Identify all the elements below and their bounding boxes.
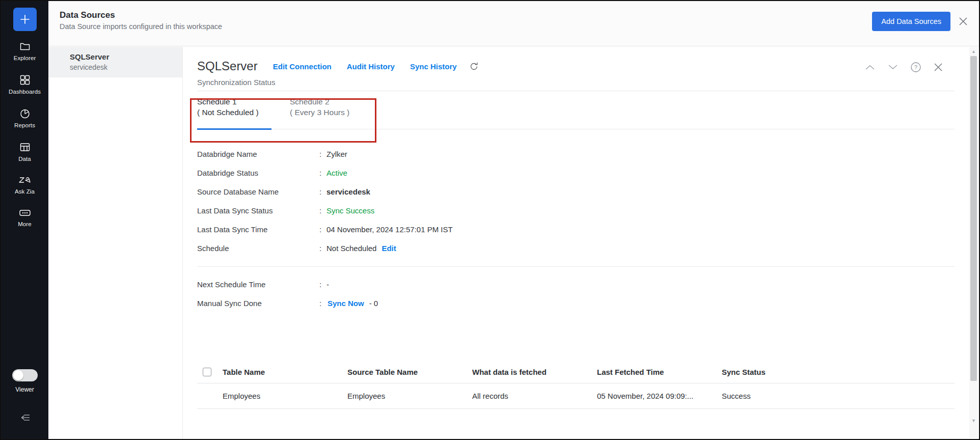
sidebar-item-ask-zia[interactable]: Ask Zia (1, 175, 48, 195)
close-panel-icon[interactable] (933, 62, 943, 72)
detail-label: Last Data Sync Status (197, 206, 319, 215)
sidebar-item-more[interactable]: More (1, 207, 48, 227)
toggle-knob (13, 370, 23, 380)
tab-schedule-1[interactable]: Schedule 1 ( Not Scheduled ) (197, 97, 271, 129)
detail-row: Databridge Name : Zylker (197, 145, 955, 163)
sidebar-item-label: Ask Zia (15, 188, 35, 195)
colon: : (319, 225, 325, 234)
page-title: Data Sources (60, 10, 115, 20)
cell-what-data: All records (472, 392, 597, 400)
col-header-table-name: Table Name (223, 368, 347, 376)
detail-row: Last Data Sync Time : 04 November, 2024 … (197, 220, 955, 239)
colon: : (319, 187, 325, 196)
sync-now-link[interactable]: Sync Now (328, 299, 364, 308)
table-row[interactable]: Employees Employees All records 05 Novem… (197, 383, 955, 409)
detail-row: Databridge Status : Active (197, 163, 955, 182)
detail-value: servicedesk (326, 187, 370, 196)
refresh-icon[interactable] (469, 62, 479, 71)
sync-details: Databridge Name : Zylker Databridge Stat… (197, 145, 955, 258)
cell-table-name: Employees (223, 392, 347, 400)
app-sidebar: Explorer Dashboards Reports Data (1, 1, 48, 439)
help-icon[interactable]: ? (910, 62, 921, 73)
sidebar-item-data[interactable]: Data (1, 141, 48, 162)
sync-history-link[interactable]: Sync History (410, 62, 457, 71)
scroll-down-arrow[interactable]: ▼ (969, 417, 978, 425)
viewer-label: Viewer (15, 386, 34, 393)
detail-value: 04 November, 2024 12:57:01 PM IST (326, 225, 453, 234)
tab-sublabel: ( Every 3 Hours ) (290, 108, 364, 117)
close-page-icon[interactable] (958, 16, 969, 29)
sidebar-item-explorer[interactable]: Explorer (1, 40, 48, 61)
plus-icon (18, 13, 32, 26)
data-source-name: SQLServer (70, 52, 174, 61)
table-header-row: Table Name Source Table Name What data i… (197, 361, 955, 383)
detail-label: Databridge Name (197, 150, 319, 158)
tab-label: Schedule 2 (290, 97, 364, 106)
detail-label: Last Data Sync Time (197, 225, 319, 234)
cell-sync-status: Success (722, 392, 847, 400)
manual-sync-count: - 0 (369, 299, 378, 308)
cell-source-table-name: Employees (347, 392, 472, 400)
col-header-what-data: What data is fetched (472, 368, 597, 376)
colon: : (319, 299, 325, 308)
data-source-list: SQLServer servicedesk (48, 47, 183, 439)
scroll-up-arrow[interactable]: ▲ (969, 47, 978, 56)
section-divider (197, 266, 955, 267)
create-new-button[interactable] (13, 8, 37, 31)
vertical-scrollbar[interactable]: ▲ ▼ (969, 47, 978, 438)
tab-sublabel: ( Not Scheduled ) (197, 108, 271, 117)
detail-value: - (326, 280, 329, 289)
viewer-mode-toggle[interactable] (12, 369, 38, 381)
sidebar-item-reports[interactable]: Reports (1, 107, 48, 128)
detail-row: Next Schedule Time : - (197, 275, 955, 294)
edit-connection-link[interactable]: Edit Connection (273, 62, 332, 71)
chevron-down-icon[interactable] (887, 64, 899, 71)
detail-label: Source Database Name (197, 187, 319, 196)
tables-sync-table: Table Name Source Table Name What data i… (197, 361, 955, 409)
scrollbar-thumb[interactable] (970, 56, 977, 381)
sidebar-item-label: Dashboards (9, 89, 41, 95)
section-divider (197, 91, 955, 91)
list-item-sqlserver[interactable]: SQLServer servicedesk (48, 47, 182, 77)
detail-label: Next Schedule Time (197, 280, 319, 289)
tab-schedule-2[interactable]: Schedule 2 ( Every 3 Hours ) (290, 97, 364, 129)
colon: : (319, 206, 325, 215)
col-header-sync-status: Sync Status (722, 368, 847, 376)
detail-row: Source Database Name : servicedesk (197, 182, 955, 201)
table-icon (19, 141, 31, 153)
colon: : (319, 150, 325, 158)
sidebar-item-dashboards[interactable]: Dashboards (1, 74, 48, 95)
panel-actions: ? (864, 62, 943, 73)
detail-row: Manual Sync Done : Sync Now - 0 (197, 294, 955, 313)
data-sources-screen: Explorer Dashboards Reports Data (0, 0, 980, 440)
page-header: Data Sources Data Source imports configu… (48, 1, 979, 46)
edit-schedule-link[interactable]: Edit (382, 244, 396, 253)
detail-label: Schedule (197, 244, 319, 253)
sync-detail-panel: ? SQLServer Edit Connection Audit Histor… (183, 47, 979, 439)
audit-history-link[interactable]: Audit History (347, 62, 395, 71)
schedule-tabs: Schedule 1 ( Not Scheduled ) Schedule 2 … (197, 97, 955, 129)
chevron-up-icon[interactable] (864, 64, 876, 71)
panel-title-row: SQLServer Edit Connection Audit History … (197, 59, 955, 73)
data-source-database: servicedesk (70, 63, 174, 71)
detail-row: Schedule : Not Scheduled Edit (197, 239, 955, 258)
col-header-last-fetched: Last Fetched Time (597, 368, 722, 376)
collapse-sidebar-icon[interactable] (18, 411, 32, 426)
panel-subtitle: Synchronization Status (197, 78, 955, 87)
detail-row: Last Data Sync Status : Sync Success (197, 201, 955, 220)
colon: : (319, 169, 325, 177)
detail-value: Zylker (326, 150, 347, 158)
tab-label: Schedule 1 (197, 97, 271, 106)
zia-icon (17, 175, 33, 186)
add-data-sources-button[interactable]: Add Data Sources (872, 12, 950, 31)
ellipsis-icon (18, 207, 32, 218)
select-all-checkbox[interactable] (203, 368, 211, 376)
sync-status-value: Sync Success (326, 206, 374, 215)
sidebar-item-label: Explorer (14, 55, 36, 61)
connection-title: SQLServer (197, 59, 258, 73)
detail-label: Databridge Status (197, 169, 319, 177)
detail-value: Not Scheduled (326, 244, 376, 253)
detail-label: Manual Sync Done (197, 299, 319, 308)
schedule-details: Next Schedule Time : - Manual Sync Done … (197, 275, 955, 313)
svg-text:?: ? (914, 64, 917, 70)
